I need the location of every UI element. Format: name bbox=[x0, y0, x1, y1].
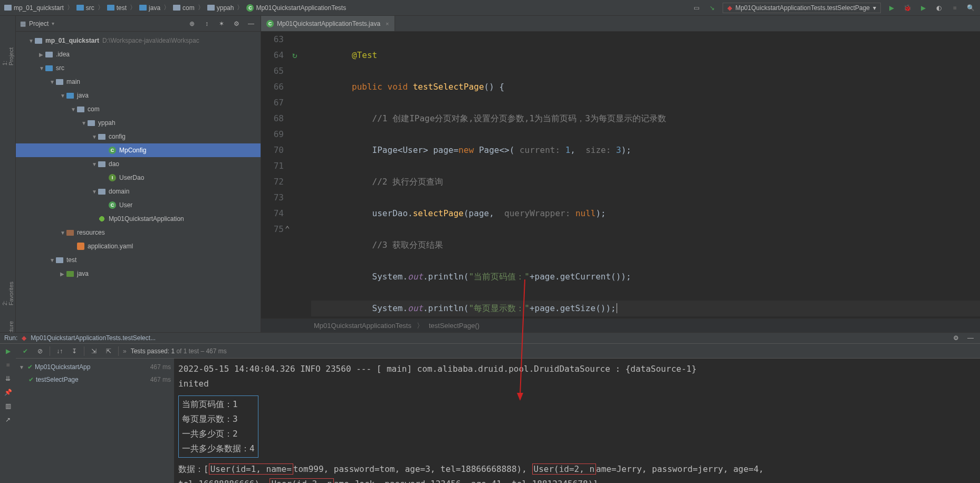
tree-folder-resources[interactable]: ▼resources bbox=[16, 226, 261, 239]
highlighted-span: User(id=1, name= bbox=[209, 463, 293, 475]
test-root-node[interactable]: ▼✔ Mp01QuickstartApp 467 ms bbox=[16, 361, 174, 373]
tree-folder-config[interactable]: ▼config bbox=[16, 130, 261, 143]
run-test-gutter-icon[interactable]: ↻ bbox=[292, 47, 297, 63]
filter-icon[interactable]: ↧ bbox=[69, 346, 80, 356]
class-icon: C bbox=[109, 201, 116, 209]
check-icon: ✔ bbox=[27, 363, 33, 371]
breadcrumb-item[interactable]: yppah bbox=[207, 4, 234, 12]
tree-folder-src[interactable]: ▼src bbox=[16, 61, 261, 75]
interface-icon: I bbox=[109, 174, 116, 181]
highlighted-span: User(id=2, n bbox=[532, 463, 597, 475]
stop-icon[interactable]: ■ bbox=[949, 3, 960, 13]
chevron-right-icon: 〉 bbox=[67, 3, 73, 12]
rerun-icon[interactable]: ▶ bbox=[3, 346, 13, 356]
search-everywhere-icon[interactable]: 🔍 bbox=[965, 3, 976, 13]
tree-module-root[interactable]: ▼mp_01_quickstartD:\Workspace-java\idea\… bbox=[16, 34, 261, 47]
locate-icon[interactable]: ⊕ bbox=[187, 18, 197, 29]
breadcrumb-root[interactable]: mp_01_quickstart bbox=[4, 4, 64, 12]
profile-icon[interactable]: ◐ bbox=[934, 3, 944, 13]
editor-tabs: C Mp01QuickstartApplicationTests.java × bbox=[261, 16, 980, 32]
hide-icon[interactable]: — bbox=[246, 18, 256, 29]
run-header: Run: ◆ Mp01QuickstartApplicationTests.te… bbox=[0, 333, 980, 344]
breadcrumb-item[interactable]: CMp01QuickstartApplicationTests bbox=[246, 4, 346, 12]
stop-icon[interactable]: ■ bbox=[3, 360, 13, 370]
breadcrumb-label: src bbox=[86, 4, 94, 12]
layout-icon[interactable]: ▥ bbox=[3, 401, 13, 411]
dropdown-icon: ▾ bbox=[873, 4, 876, 12]
editor-area: C Mp01QuickstartApplicationTests.java × … bbox=[261, 16, 980, 332]
expand-all-icon[interactable]: ↕ bbox=[201, 18, 212, 29]
settings-gear-icon[interactable]: ⚙ bbox=[231, 18, 242, 29]
test-leaf-node[interactable]: ✔ testSelectPage 467 ms bbox=[16, 373, 174, 386]
tree-folder-idea[interactable]: ▶.idea bbox=[16, 47, 261, 61]
toggle-autoscroll-icon[interactable]: ⇊ bbox=[3, 373, 13, 384]
breadcrumb-item[interactable]: test bbox=[107, 4, 127, 12]
tree-interface-userdao[interactable]: IUserDao bbox=[16, 171, 261, 185]
hammer-icon[interactable]: ↘ bbox=[707, 3, 717, 13]
close-tab-icon[interactable]: × bbox=[386, 21, 389, 27]
tree-folder-yppah[interactable]: ▼yppah bbox=[16, 116, 261, 130]
collapse-all-icon[interactable]: ⇱ bbox=[103, 346, 114, 356]
console-line: tom999, password=tom, age=3, tel=1886666… bbox=[293, 464, 532, 474]
left-tool-stripe: 1: Project 2: Favorites 7: Structure bbox=[0, 16, 16, 332]
pin-icon[interactable]: 📌 bbox=[3, 387, 13, 398]
collapse-gutter-icon[interactable]: ⌃ bbox=[285, 221, 290, 237]
test-tree[interactable]: ▼✔ Mp01QuickstartApp 467 ms ✔ testSelect… bbox=[16, 359, 174, 483]
dropdown-icon: ▾ bbox=[52, 21, 54, 26]
tree-folder-java[interactable]: ▼java bbox=[16, 89, 261, 102]
breadcrumb-item[interactable]: src bbox=[76, 4, 94, 12]
tree-label: test bbox=[66, 256, 76, 264]
tree-class-mpconfig[interactable]: CMpConfig bbox=[16, 143, 261, 157]
yaml-icon bbox=[77, 243, 84, 250]
sidebar-tab-favorites[interactable]: 2: Favorites bbox=[2, 282, 14, 305]
console-output[interactable]: 2022-05-15 14:40:04.326 INFO 23560 --- [… bbox=[174, 359, 980, 483]
breadcrumb: mp_01_quickstart 〉 src 〉 test 〉 java 〉 c… bbox=[4, 3, 691, 12]
show-ignored-icon[interactable]: ⊘ bbox=[35, 346, 45, 356]
breadcrumb-label: Mp01QuickstartApplicationTests bbox=[256, 4, 346, 12]
settings-gear-icon[interactable]: ⚙ bbox=[950, 333, 961, 343]
sort-icon[interactable]: ↓↑ bbox=[54, 346, 65, 356]
highlighted-output-box: 当前页码值：1 每页显示数：3 一共多少页：2 一共多少条数据：4 bbox=[178, 395, 258, 458]
console-line: 2022-05-15 14:40:04.326 INFO 23560 --- [… bbox=[178, 364, 697, 374]
console-line: 一共多少条数据：4 bbox=[182, 441, 255, 456]
project-tree[interactable]: ▼mp_01_quickstartD:\Workspace-java\idea\… bbox=[16, 32, 261, 332]
tree-folder-main[interactable]: ▼main bbox=[16, 75, 261, 89]
project-view-selector[interactable]: ▦ Project ▾ bbox=[20, 20, 187, 27]
expand-all-icon[interactable]: ⇲ bbox=[89, 346, 99, 356]
test-time: 467 ms bbox=[150, 376, 171, 383]
editor-breadcrumbs[interactable]: Mp01QuickstartApplicationTests 〉 testSel… bbox=[261, 318, 980, 332]
tree-label: com bbox=[88, 105, 100, 113]
run-configuration-selector[interactable]: ◆ Mp01QuickstartApplicationTests.testSel… bbox=[723, 3, 881, 13]
debug-button-icon[interactable]: 🐞 bbox=[902, 3, 912, 13]
breadcrumb-label: yppah bbox=[217, 4, 234, 12]
collapse-icon[interactable]: ✶ bbox=[216, 18, 227, 29]
tree-class-user[interactable]: CUser bbox=[16, 198, 261, 212]
tree-folder-domain[interactable]: ▼domain bbox=[16, 185, 261, 198]
export-icon[interactable]: ↗ bbox=[3, 414, 13, 425]
tree-folder-test-java[interactable]: ▶java bbox=[16, 267, 261, 281]
sidebar-tab-project[interactable]: 1: Project bbox=[2, 47, 14, 65]
console-line: 数据：[ bbox=[178, 464, 209, 474]
breadcrumb-item[interactable]: com bbox=[173, 4, 195, 12]
tree-folder-dao[interactable]: ▼dao bbox=[16, 157, 261, 171]
coverage-run-icon[interactable]: ▶ bbox=[918, 3, 928, 13]
run-button-icon[interactable]: ▶ bbox=[886, 3, 897, 13]
code-content[interactable]: @Test public void testSelectPage() { //1… bbox=[306, 32, 980, 318]
build-icon[interactable]: ▭ bbox=[691, 3, 702, 13]
test-config-icon: ◆ bbox=[22, 334, 26, 342]
tree-folder-com[interactable]: ▼com bbox=[16, 102, 261, 116]
code-editor[interactable]: 63646566676869707172737475 ↻ ⌃ @Test pub… bbox=[261, 32, 980, 318]
run-tool-window: Run: ◆ Mp01QuickstartApplicationTests.te… bbox=[0, 332, 980, 483]
hide-icon[interactable]: — bbox=[965, 333, 976, 343]
show-passed-icon[interactable]: ✔ bbox=[20, 346, 31, 356]
editor-tab[interactable]: C Mp01QuickstartApplicationTests.java × bbox=[261, 16, 395, 31]
class-icon: C bbox=[109, 147, 116, 154]
tree-class-application[interactable]: Mp01QuickstartApplication bbox=[16, 212, 261, 226]
breadcrumb-item[interactable]: java bbox=[139, 4, 160, 12]
tree-file-yaml[interactable]: application.yaml bbox=[16, 239, 261, 253]
breadcrumb-label: com bbox=[182, 4, 195, 12]
tree-folder-test[interactable]: ▼test bbox=[16, 253, 261, 267]
breadcrumb-class[interactable]: Mp01QuickstartApplicationTests bbox=[314, 322, 411, 330]
tree-label: java bbox=[77, 270, 89, 277]
breadcrumb-method[interactable]: testSelectPage() bbox=[429, 322, 479, 330]
